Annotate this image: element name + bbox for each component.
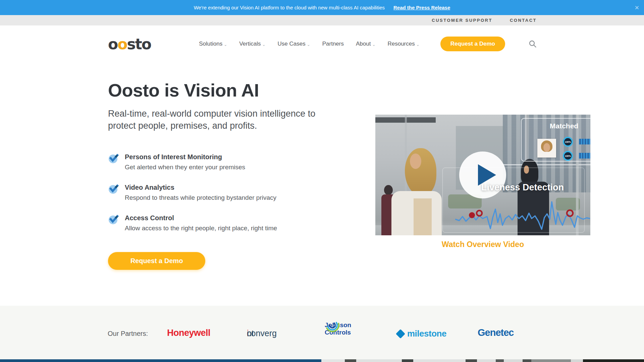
feature-description: Get alerted when they enter your premise… (125, 164, 245, 171)
thumbnail-face (543, 143, 550, 152)
feature-title: Persons of Interest Monitoring (125, 153, 245, 161)
milestone-logo[interactable]: milestone (397, 328, 446, 339)
logo-text: sto (127, 36, 151, 53)
chevron-down-icon: ⌄ (224, 42, 227, 47)
match-score-ring: 100% (563, 137, 573, 147)
chevron-down-icon: ⌄ (262, 42, 265, 47)
request-demo-button[interactable]: Request a Demo (440, 37, 505, 51)
check-icon (108, 153, 119, 164)
feature-description: Respond to threats while protecting byst… (125, 194, 276, 201)
milestone-diamond-icon (396, 329, 405, 338)
search-icon[interactable] (529, 40, 537, 48)
feature-title: Access Control (125, 214, 277, 222)
main-nav: Solutions⌄ Verticals⌄ Use Cases⌄ Partner… (199, 37, 537, 51)
scene-woman-face (410, 154, 421, 169)
genetec-logo[interactable]: Genetec (478, 327, 514, 338)
data-bar (579, 139, 590, 144)
main-header: oosto Solutions⌄ Verticals⌄ Use Cases⌄ P… (0, 25, 644, 62)
press-release-link[interactable]: Read the Press Release (393, 5, 450, 10)
next-section-edge (0, 359, 644, 362)
johnson-controls-mark-icon (325, 317, 340, 333)
match-score: 100% (565, 141, 571, 143)
announcement-banner: We're extending our Vision AI platform t… (0, 0, 644, 15)
nav-item-resources[interactable]: Resources⌄ (387, 41, 419, 47)
nav-item-verticals[interactable]: Verticals⌄ (239, 41, 265, 47)
oosto-homepage: We're extending our Vision AI platform t… (0, 0, 644, 362)
logo-text-accent: o (117, 36, 127, 53)
feature-description: Allow access to the right people, right … (125, 225, 277, 232)
logo-text: o (108, 36, 117, 53)
nav-item-partners[interactable]: Partners (322, 41, 344, 47)
overview-video-thumbnail[interactable]: Matched 100% 100% Liveness Detection (375, 115, 590, 235)
honeywell-logo[interactable]: Honeywell (167, 328, 210, 338)
match-score: 100% (565, 155, 571, 157)
partners-label: Our Partners: (108, 330, 148, 338)
feature-title: Video Analytics (125, 183, 276, 191)
chevron-down-icon: ⌄ (416, 42, 420, 47)
photo-band (321, 359, 644, 362)
contact-link[interactable]: CONTACT (510, 18, 537, 23)
matched-face-thumbnail (537, 139, 556, 158)
feature-persons-of-interest: Persons of Interest Monitoring Get alert… (108, 153, 277, 171)
nav-item-about[interactable]: About⌄ (356, 41, 376, 47)
check-icon (108, 214, 119, 225)
watch-overview-video-link[interactable]: Watch Overview Video (375, 240, 590, 249)
nav-item-solutions[interactable]: Solutions⌄ (199, 41, 227, 47)
page-title: Oosto is Vision AI (108, 80, 259, 101)
oosto-logo[interactable]: oosto (108, 36, 151, 53)
customer-support-link[interactable]: CUSTOMER SUPPORT (432, 18, 492, 23)
check-icon (108, 183, 119, 194)
liveness-waveform (455, 199, 590, 233)
utility-nav: CUSTOMER SUPPORT CONTACT (0, 15, 644, 25)
data-bar (579, 153, 590, 159)
feature-list: Persons of Interest Monitoring Get alert… (108, 153, 277, 244)
chevron-down-icon: ⌄ (307, 42, 310, 47)
scene-person-background (384, 185, 393, 195)
partners-section: Our Partners: Honeywell convergint Johns… (0, 306, 644, 359)
nav-item-use-cases[interactable]: Use Cases⌄ (278, 41, 310, 47)
matched-label: Matched (550, 122, 578, 130)
feature-access-control: Access Control Allow access to the right… (108, 214, 277, 232)
scene-woman-hair (405, 148, 436, 196)
request-demo-button-hero[interactable]: Request a Demo (108, 252, 205, 270)
navy-band (0, 359, 321, 362)
scene-woman-blouse (414, 198, 432, 235)
match-score-ring: 100% (563, 151, 573, 161)
hero-subtitle: Real-time, real-world computer vision in… (108, 108, 329, 132)
close-icon[interactable]: ✕ (635, 4, 639, 11)
liveness-detection-label: Liveness Detection (481, 182, 564, 193)
feature-video-analytics: Video Analytics Respond to threats while… (108, 183, 277, 201)
announcement-text: We're extending our Vision AI platform t… (194, 5, 385, 10)
chevron-down-icon: ⌄ (372, 42, 375, 47)
